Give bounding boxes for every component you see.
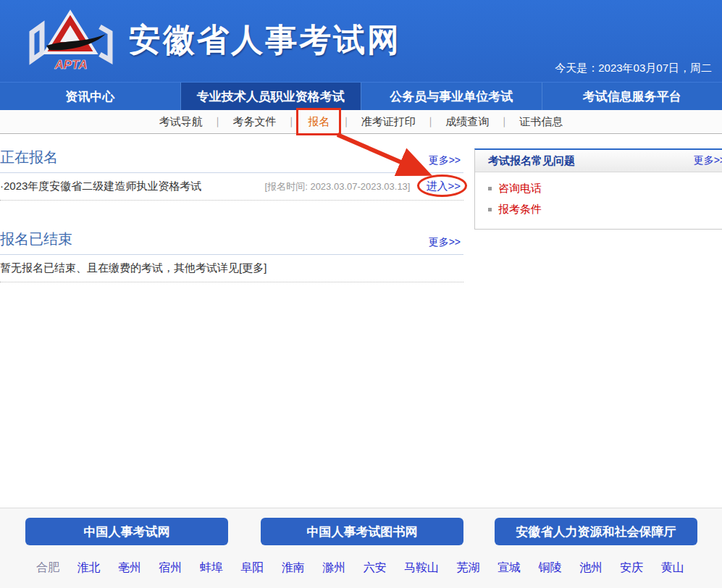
nav-item-civil-servant[interactable]: 公务员与事业单位考试	[361, 83, 542, 110]
main-nav: 资讯中心 专业技术人员职业资格考试 公务员与事业单位考试 考试信息服务平台	[0, 82, 722, 110]
nav-item-professional-qualification[interactable]: 专业技术人员职业资格考试	[180, 83, 361, 110]
city-link-fuyang[interactable]: 阜阳	[240, 560, 264, 576]
city-link-luan[interactable]: 六安	[364, 560, 387, 576]
square-bullet-icon	[488, 187, 492, 190]
enter-link[interactable]: 进入>>	[426, 180, 461, 192]
footer-button-anhui-hr-bureau[interactable]: 安徽省人力资源和社会保障厅	[495, 518, 697, 545]
registration-open-header: 正在报名 更多>>	[0, 138, 463, 173]
registration-closed-empty-text: 暂无报名已结束、且在缴费的考试，其他考试详见[更多]	[0, 255, 463, 282]
city-link-chuzhou[interactable]: 滁州	[322, 560, 345, 576]
subnav-admission-ticket-print[interactable]: 准考证打印	[361, 115, 416, 129]
nav-item-exam-info-platform[interactable]: 考试信息服务平台	[542, 83, 722, 110]
city-link-tongling[interactable]: 铜陵	[538, 560, 561, 576]
exam-list-item: ·2023年度安徽省二级建造师执业资格考试 [报名时间: 2023.03.07-…	[0, 173, 463, 201]
city-link-huaibei[interactable]: 淮北	[77, 560, 100, 576]
section-gap	[0, 201, 463, 219]
city-links: 合肥 淮北 亳州 宿州 蚌埠 阜阳 淮南 滁州 六安 马鞍山 芜湖 宣城 铜陵 …	[36, 560, 684, 576]
subnav-score-query[interactable]: 成绩查询	[446, 115, 490, 129]
subnav-registration[interactable]: 报名	[306, 115, 331, 129]
faq-panel-header: 考试报名常见问题 更多>>	[475, 150, 722, 172]
registration-open-title: 正在报名	[0, 148, 58, 167]
city-link-wuhu[interactable]: 芜湖	[457, 560, 480, 576]
city-link-anqing[interactable]: 安庆	[620, 560, 643, 576]
city-link-chizhou[interactable]: 池州	[579, 560, 603, 576]
subnav-separator: ｜	[426, 115, 436, 128]
city-link-huangshan[interactable]: 黄山	[661, 560, 684, 576]
city-link-bozhou[interactable]: 亳州	[118, 560, 141, 576]
site-title: 安徽省人事考试网	[129, 19, 401, 62]
subnav-certificate-info[interactable]: 证书信息	[519, 115, 563, 129]
exam-name-link[interactable]: ·2023年度安徽省二级建造师执业资格考试	[0, 180, 265, 193]
city-link-xuancheng[interactable]: 宣城	[498, 560, 521, 576]
registration-open-more-link[interactable]: 更多>>	[429, 154, 461, 167]
page-footer: 中国人事考试网 中国人事考试图书网 安徽省人力资源和社会保障厅 合肥 淮北 亳州…	[0, 508, 722, 588]
subnav-separator: ｜	[213, 115, 223, 128]
registration-closed-title: 报名已结束	[0, 230, 72, 249]
faq-item-consult-phone[interactable]: 咨询电话	[475, 178, 722, 199]
square-bullet-icon	[488, 208, 492, 211]
city-link-maanshan[interactable]: 马鞍山	[404, 560, 439, 576]
city-link-suzhou[interactable]: 宿州	[159, 560, 182, 576]
subnav-separator: ｜	[341, 115, 351, 128]
faq-panel-body: 咨询电话 报考条件	[475, 172, 722, 229]
main-content: 正在报名 更多>> ·2023年度安徽省二级建造师执业资格考试 [报名时间: 2…	[0, 138, 463, 282]
subnav-separator: ｜	[500, 115, 510, 128]
nav-item-news[interactable]: 资讯中心	[0, 83, 180, 110]
city-link-hefei[interactable]: 合肥	[36, 560, 59, 576]
faq-item-label: 咨询电话	[498, 182, 542, 196]
sub-nav: 考试导航 ｜ 考务文件 ｜ 报名 ｜ 准考证打印 ｜ 成绩查询 ｜ 证书信息	[0, 110, 722, 134]
site-header: APTA 安徽省人事考试网 今天是：2023年03月07日，周二	[0, 0, 722, 82]
subnav-exam-documents[interactable]: 考务文件	[232, 115, 276, 129]
faq-panel: 考试报名常见问题 更多>> 咨询电话 报考条件	[474, 148, 722, 230]
exam-registration-period: [报名时间: 2023.03.07-2023.03.13]	[265, 180, 411, 193]
logo-text: APTA	[54, 58, 87, 72]
footer-button-china-exam-net[interactable]: 中国人事考试网	[25, 518, 228, 545]
city-link-huainan[interactable]: 淮南	[282, 560, 305, 576]
subnav-separator: ｜	[286, 115, 296, 128]
registration-closed-header: 报名已结束 更多>>	[0, 219, 463, 255]
faq-more-link[interactable]: 更多>>	[694, 154, 722, 167]
faq-panel-title: 考试报名常见问题	[488, 154, 575, 168]
apta-logo-icon: APTA	[25, 8, 117, 73]
enter-link-wrap: 进入>>	[426, 180, 461, 193]
subnav-registration-label: 报名	[308, 115, 329, 127]
current-date: 今天是：2023年03月07日，周二	[555, 62, 712, 75]
faq-item-label: 报考条件	[498, 203, 542, 217]
city-link-bengbu[interactable]: 蚌埠	[200, 560, 223, 576]
subnav-exam-guide[interactable]: 考试导航	[159, 115, 203, 129]
footer-button-china-exam-books-net[interactable]: 中国人事考试图书网	[261, 518, 463, 545]
faq-item-apply-conditions[interactable]: 报考条件	[475, 199, 722, 220]
registration-closed-more-link[interactable]: 更多>>	[429, 236, 461, 249]
